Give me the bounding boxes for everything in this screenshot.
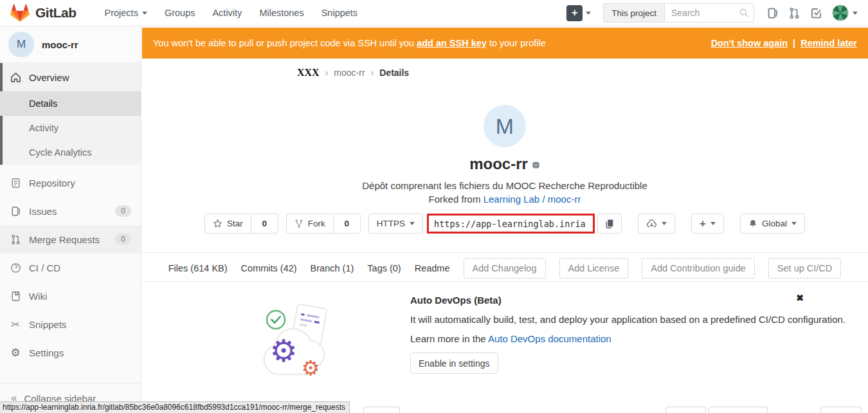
assigned-issues-icon[interactable] [766,7,779,19]
devops-learn-more: Learn more in the Auto DevOps documentat… [410,333,611,344]
clone-url-input[interactable] [427,214,595,234]
ssh-warning-banner: You won't be able to pull or push projec… [142,28,868,59]
cutoff-button[interactable] [363,407,400,413]
add-contribution-guide-button[interactable]: Add Contribution guide [642,258,755,279]
home-icon [10,72,21,83]
fork-count[interactable]: 0 [334,214,361,234]
sidebar-item-wiki[interactable]: Wiki [0,282,141,310]
cutoff-button[interactable] [709,407,768,413]
sidebar-item-issues[interactable]: Issues 0 [0,197,141,225]
chevron-down-icon [662,222,667,225]
nav-snippets[interactable]: Snippets [321,8,357,18]
files-link[interactable]: Files (614 KB) [168,263,228,273]
star-count[interactable]: 0 [251,214,278,234]
project-stats-bar: Files (614 KB) Commits (42) Branch (1) T… [141,258,868,279]
sidebar-item-overview[interactable]: Overview [0,63,141,91]
sidebar-project-header[interactable]: M mooc-rr [0,26,141,63]
gear-icon: ⚙ [10,346,21,360]
project-avatar: M [8,32,34,57]
commits-link[interactable]: Commits (42) [241,263,297,273]
close-icon[interactable]: ✖ [796,293,804,303]
merge-request-icon [10,234,21,245]
gitlab-logo[interactable]: GitLab [10,4,77,22]
auto-devops-callout: ⚙ ⚙ Auto DevOps (Beta) It will automatic… [141,286,868,389]
cutoff-button[interactable] [665,407,706,413]
gitlab-tanuki-icon [10,4,30,22]
merge-requests-icon[interactable] [788,7,800,19]
notifications-dropdown[interactable]: Global [740,214,805,234]
tags-link[interactable]: Tags (0) [367,263,401,273]
chevron-down-icon [586,12,591,15]
divider [141,252,868,253]
gear-icon: ⚙ [269,334,297,368]
scissors-icon: ✂ [10,318,21,331]
fork-icon [294,219,303,228]
project-avatar-large: M [484,105,526,147]
devops-illustration: ⚙ ⚙ [259,289,344,381]
star-icon [213,219,222,228]
sidebar-item-cycle-analytics[interactable]: Cycle Analytics [0,140,141,165]
add-license-button[interactable]: Add License [559,258,629,279]
plus-icon: + [566,5,583,21]
branch-link[interactable]: Branch (1) [311,263,354,273]
breadcrumb-page[interactable]: Details [379,68,409,78]
breadcrumb-group[interactable]: XXX [297,67,320,78]
nav-activity[interactable]: Activity [212,8,242,18]
document-icon [10,178,21,188]
divider [141,281,868,282]
brand-name: GitLab [35,5,77,21]
nav-projects[interactable]: Projects [105,8,147,18]
chevron-down-icon [710,222,716,225]
sidebar-project-name: mooc-rr [42,39,78,50]
sidebar-item-merge-requests[interactable]: Merge Requests 0 [0,225,141,253]
sidebar-item-label: Overview [29,72,69,83]
forked-from: Forked from Learning Lab / mooc-rr [141,194,868,205]
nav-milestones[interactable]: Milestones [259,8,303,18]
protocol-dropdown[interactable]: HTTPS [368,214,423,234]
sidebar-item-repository[interactable]: Repository [0,169,141,197]
chevron-down-icon [791,222,797,225]
plus-icon: + [700,217,706,230]
devops-doc-link[interactable]: Auto DevOps documentation [488,333,611,344]
remind-later-link[interactable]: Remind later [800,38,857,48]
breadcrumb-separator: › [371,68,374,78]
sidebar-item-settings[interactable]: ⚙ Settings [0,338,141,367]
sidebar-section-overview: Overview Details Activity Cycle Analytic… [0,63,141,165]
setup-cicd-button[interactable]: Set up CI/CD [768,258,841,279]
download-dropdown[interactable] [638,214,675,234]
enable-in-settings-button[interactable]: Enable in settings [410,353,498,374]
search-scope-label: This project [603,3,664,23]
devops-title: Auto DevOps (Beta) [410,295,502,306]
nav-groups[interactable]: Groups [165,8,195,18]
sidebar-item-snippets[interactable]: ✂ Snippets [0,310,141,338]
breadcrumb-project[interactable]: mooc-rr [334,68,365,78]
browser-status-bar: https://app-learninglab.inria.fr/gitlab/… [0,401,350,413]
sidebar-item-activity[interactable]: Activity [0,116,141,140]
fork-source-link[interactable]: Learning Lab / mooc-rr [484,194,581,205]
add-changelog-button[interactable]: Add Changelog [464,258,546,279]
star-button[interactable]: Star [204,214,251,234]
readme-link[interactable]: Readme [415,263,450,273]
sidebar-item-details[interactable]: Details [0,91,141,116]
top-navbar: GitLab Projects Groups Activity Mileston… [0,0,868,26]
chevron-down-icon [410,222,415,225]
issues-icon [10,206,21,217]
new-item-dropdown[interactable]: + [691,214,724,234]
gear-icon: ⚙ [302,356,320,380]
new-dropdown[interactable]: + [566,5,591,21]
dont-show-again-link[interactable]: Don't show again [711,38,788,48]
banner-separator: | [793,38,795,48]
user-menu[interactable] [832,5,858,21]
breadcrumb: XXX › mooc-rr › Details [297,67,409,78]
clipboard-icon [604,219,615,229]
sidebar-item-ci-cd[interactable]: CI / CD [0,253,141,282]
bell-icon [748,219,757,228]
cutoff-button[interactable] [820,407,862,413]
fork-button[interactable]: Fork [286,214,334,234]
add-ssh-key-link[interactable]: add an SSH key [417,38,487,48]
copy-url-button[interactable] [597,214,622,234]
todos-icon[interactable] [810,7,822,19]
breadcrumb-separator: › [325,68,329,78]
devops-body: It will automatically build, test, and d… [410,314,845,325]
chevron-down-icon [142,12,147,15]
